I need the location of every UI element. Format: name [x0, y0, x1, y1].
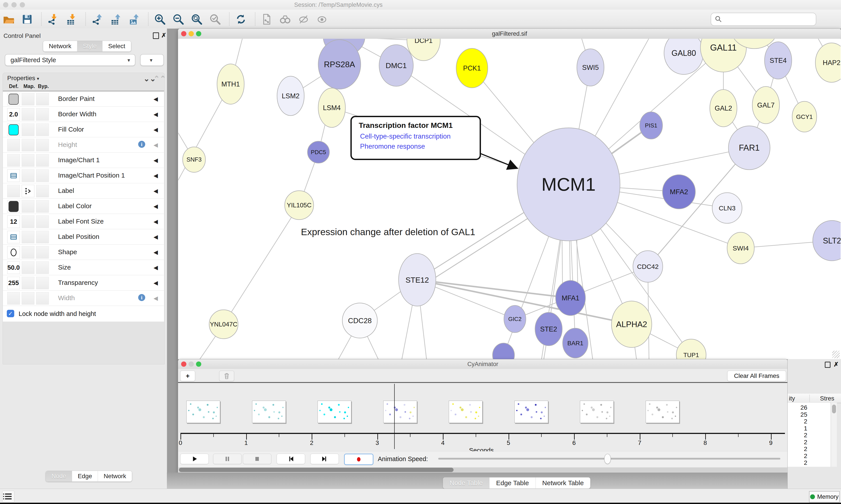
- property-row[interactable]: 255Transparency◀: [3, 275, 164, 290]
- network-node-PDC5[interactable]: PDC5: [307, 141, 329, 163]
- table-column-header[interactable]: ity: [789, 395, 795, 402]
- network-node-TUP1[interactable]: TUP1: [676, 339, 706, 359]
- property-row[interactable]: 2.0Border Width◀: [3, 107, 164, 122]
- delete-frame-button[interactable]: [219, 371, 234, 381]
- tab-style[interactable]: Style: [77, 41, 103, 51]
- network-node-PCK1[interactable]: PCK1: [456, 48, 488, 88]
- table-cell[interactable]: 2: [788, 459, 807, 466]
- tab-select[interactable]: Select: [103, 41, 131, 51]
- tab-network[interactable]: Network: [98, 471, 132, 482]
- table-cell[interactable]: 25: [788, 411, 807, 418]
- property-default-cell[interactable]: 12: [7, 215, 20, 228]
- property-row[interactable]: Border Paint◀: [3, 91, 164, 107]
- slider-thumb[interactable]: [604, 454, 611, 464]
- property-mapping-cell[interactable]: [22, 185, 34, 197]
- window-minimize-icon[interactable]: [12, 2, 17, 7]
- property-bypass-cell[interactable]: [36, 139, 49, 151]
- scrollbar-thumb[interactable]: [179, 468, 453, 472]
- float-panel-icon[interactable]: [825, 362, 830, 368]
- network-edge[interactable]: [223, 205, 299, 324]
- network-node-SLT2[interactable]: SLT2: [813, 220, 841, 261]
- tab-edge[interactable]: Edge: [72, 471, 98, 482]
- network-node-DMC1[interactable]: DMC1: [379, 45, 413, 86]
- keyframe-thumbnail-7s[interactable]: [646, 401, 679, 423]
- table-cell[interactable]: 2: [788, 453, 807, 459]
- pause-button[interactable]: [213, 454, 241, 464]
- property-default-cell[interactable]: [7, 154, 20, 167]
- network-node-STE2[interactable]: STE2: [535, 312, 562, 346]
- table-cell[interactable]: 2: [788, 439, 807, 446]
- property-mapping-cell[interactable]: [22, 93, 34, 105]
- table-body[interactable]: 26252122222: [788, 403, 830, 467]
- network-node-GCY1[interactable]: GCY1: [792, 101, 817, 132]
- zoom-out-button[interactable]: [171, 13, 185, 26]
- property-bypass-cell[interactable]: [36, 154, 49, 167]
- hide-button[interactable]: [297, 13, 310, 26]
- property-mapping-cell[interactable]: [22, 262, 34, 274]
- cyanimator-timeline[interactable]: 0123456789 Seconds: [178, 383, 788, 451]
- resize-grip[interactable]: [832, 351, 840, 358]
- property-row[interactable]: 50.0Size◀: [3, 260, 164, 275]
- table-cell[interactable]: 1: [788, 425, 807, 432]
- expand-property-icon[interactable]: ◀: [154, 157, 158, 164]
- property-row[interactable]: Label Color◀: [3, 199, 164, 214]
- zoom-fit-button[interactable]: [190, 13, 204, 26]
- expand-property-icon[interactable]: ◀: [154, 142, 158, 148]
- network-node-ALPHA2[interactable]: ALPHA2: [611, 301, 652, 347]
- property-mapping-cell[interactable]: [22, 246, 34, 258]
- property-row[interactable]: Fill Color◀: [3, 122, 164, 137]
- property-bypass-cell[interactable]: [36, 185, 49, 197]
- property-bypass-cell[interactable]: [36, 169, 49, 182]
- network-node-CLN3[interactable]: CLN3: [712, 193, 742, 223]
- property-mapping-cell[interactable]: [22, 231, 34, 243]
- keyframe-thumbnail-6s[interactable]: [580, 401, 614, 423]
- property-mapping-cell[interactable]: [22, 215, 34, 228]
- export-table-button[interactable]: [109, 13, 123, 26]
- window-zoom-icon[interactable]: [20, 2, 25, 7]
- zoom-selected-button[interactable]: [208, 13, 222, 26]
- network-node-SNF3[interactable]: SNF3: [183, 147, 205, 172]
- annotation-box[interactable]: Transcription factor MCM1 Cell-type-spec…: [351, 116, 481, 160]
- table-cell[interactable]: 2: [788, 432, 807, 438]
- table-cell[interactable]: 2: [788, 418, 807, 425]
- task-history-button[interactable]: [2, 491, 15, 502]
- keyframe-thumbnail-4s[interactable]: [449, 401, 482, 423]
- network-node-PIS1[interactable]: PIS1: [640, 112, 662, 139]
- skip-to-end-button[interactable]: [310, 454, 339, 464]
- animation-speed-slider[interactable]: [438, 458, 780, 460]
- save-session-button[interactable]: [20, 13, 34, 26]
- network-document-button[interactable]: [260, 13, 274, 26]
- property-bypass-cell[interactable]: [36, 200, 49, 213]
- network-node-CDC28[interactable]: CDC28: [342, 303, 377, 338]
- network-node-MFA1[interactable]: MFA1: [556, 281, 586, 316]
- property-default-cell[interactable]: 2.0: [7, 108, 20, 121]
- expand-property-icon[interactable]: ◀: [154, 172, 158, 179]
- property-bypass-cell[interactable]: [36, 108, 49, 121]
- export-network-button[interactable]: [90, 13, 104, 26]
- property-bypass-cell[interactable]: [36, 292, 49, 305]
- info-icon[interactable]: i: [138, 294, 145, 301]
- skip-to-start-button[interactable]: [276, 454, 305, 464]
- tab-network-table[interactable]: Network Table: [536, 478, 590, 488]
- expand-property-icon[interactable]: ◀: [154, 249, 158, 256]
- open-session-button[interactable]: [2, 13, 16, 26]
- vertical-scrollbar[interactable]: [831, 403, 837, 467]
- zoom-in-button[interactable]: [153, 13, 167, 26]
- clear-all-frames-button[interactable]: Clear All Frames: [727, 371, 786, 381]
- property-default-cell[interactable]: [7, 246, 20, 258]
- keyframe-thumbnail-0s[interactable]: [186, 401, 220, 423]
- expand-property-icon[interactable]: ◀: [154, 218, 158, 225]
- expand-property-icon[interactable]: ◀: [154, 187, 158, 194]
- property-bypass-cell[interactable]: [36, 262, 49, 274]
- network-node-GAL2[interactable]: GAL2: [710, 90, 737, 127]
- float-panel-icon[interactable]: [153, 32, 159, 39]
- close-panel-icon[interactable]: ✗: [834, 361, 839, 368]
- style-options-button[interactable]: ▾: [140, 54, 164, 66]
- lock-checkbox[interactable]: ✓: [7, 310, 14, 317]
- network-node-LSM4[interactable]: LSM4: [318, 88, 345, 127]
- network-window-titlebar[interactable]: galFiltered.sif: [178, 29, 841, 39]
- memory-button[interactable]: Memory: [809, 491, 840, 502]
- scrollbar-thumb[interactable]: [832, 404, 836, 413]
- import-network-button[interactable]: [46, 13, 60, 26]
- close-panel-icon[interactable]: ✗: [161, 32, 166, 38]
